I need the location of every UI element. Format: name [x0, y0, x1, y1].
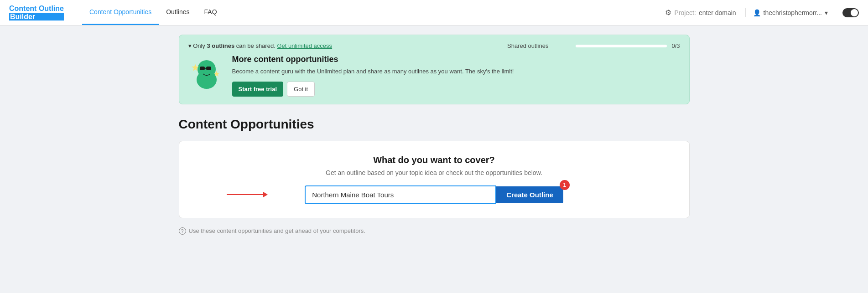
- step-badge: 1: [560, 180, 570, 190]
- promo-mascot: [188, 55, 225, 91]
- promo-text: More content opportunities Become a cont…: [232, 55, 680, 97]
- chevron-down-icon: ▾: [825, 9, 828, 16]
- shared-count: 0/3: [671, 42, 680, 49]
- page-title: Content Opportunities: [179, 117, 690, 132]
- project-domain: enter domain: [699, 9, 736, 16]
- promo-body: More content opportunities Become a cont…: [188, 55, 680, 97]
- arrow-indicator: [227, 192, 268, 197]
- search-card-subtitle: Get an outline based on your topic idea …: [190, 169, 678, 176]
- search-card: What do you want to cover? Get an outlin…: [179, 141, 690, 218]
- promo-banner: ▾ Only 3 outlines can be shared. Get unl…: [179, 35, 690, 104]
- search-card-title: What do you want to cover?: [190, 155, 678, 165]
- logo-line2: Builder: [9, 13, 64, 21]
- svg-rect-3: [206, 67, 211, 70]
- outline-count: 3 outlines: [207, 42, 234, 49]
- promo-title: More content opportunities: [232, 55, 680, 64]
- info-icon: ?: [179, 227, 186, 235]
- shared-outlines-label: Shared outlines: [507, 42, 548, 49]
- arrow-line: [227, 194, 263, 195]
- promo-description: Become a content guru with the Unlimited…: [232, 67, 680, 76]
- user-icon: 👤: [753, 9, 761, 16]
- project-selector[interactable]: ⚙ Project: enter domain: [665, 8, 745, 17]
- logo-line1: Content Outline: [9, 5, 64, 13]
- navbar: Content Outline Builder Content Opportun…: [0, 0, 868, 26]
- start-trial-button[interactable]: Start free trial: [232, 82, 284, 97]
- nav-right: ⚙ Project: enter domain 👤 thechristopher…: [665, 8, 859, 17]
- promo-top: ▾ Only 3 outlines can be shared. Get unl…: [188, 42, 680, 49]
- gear-icon: ⚙: [665, 8, 671, 17]
- promo-limit-text: ▾ Only 3 outlines can be shared. Get unl…: [188, 42, 333, 49]
- nav-faq[interactable]: FAQ: [197, 0, 224, 25]
- nav-links: Content Opportunities Outlines FAQ: [82, 0, 665, 25]
- got-it-button[interactable]: Got it: [287, 82, 315, 97]
- user-menu[interactable]: 👤 thechristophermorr... ▾: [753, 9, 835, 16]
- project-label: Project:: [674, 9, 696, 16]
- promo-actions: Start free trial Got it: [232, 82, 680, 97]
- footer-hint: ? Use these content opportunities and ge…: [179, 227, 690, 235]
- footer-hint-text: Use these content opportunities and get …: [189, 227, 365, 234]
- nav-content-opportunities[interactable]: Content Opportunities: [82, 0, 159, 25]
- get-unlimited-link[interactable]: Get unlimited access: [277, 42, 332, 49]
- nav-outlines[interactable]: Outlines: [159, 0, 197, 25]
- search-row: Create Outline 1: [190, 185, 678, 204]
- promo-shared: Shared outlines 0/3: [507, 42, 680, 49]
- logo[interactable]: Content Outline Builder: [9, 5, 64, 21]
- create-outline-button[interactable]: Create Outline 1: [496, 186, 563, 203]
- theme-toggle[interactable]: [842, 8, 859, 17]
- svg-rect-2: [200, 67, 205, 70]
- shared-bar: [576, 45, 667, 47]
- main-content: ▾ Only 3 outlines can be shared. Get unl…: [161, 26, 708, 244]
- shared-bar-wrapper: 0/3: [576, 42, 680, 49]
- user-name: thechristophermorr...: [764, 9, 822, 16]
- chevron-down-icon: ▾: [188, 42, 192, 49]
- topic-input[interactable]: [305, 185, 496, 204]
- arrow-head: [263, 192, 268, 197]
